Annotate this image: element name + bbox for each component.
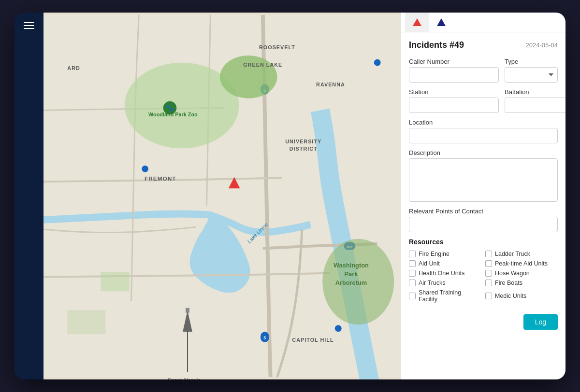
svg-rect-28 [186,308,189,313]
resource-fire-engine: Fire Engine [409,251,481,257]
form-row-caller-type: Caller Number Type [409,58,558,83]
resource-health-one: Health One Units [409,270,481,277]
resource-ladder-truck-label: Ladder Truck [495,251,530,257]
unit-marker-2 [142,166,148,172]
svg-text:DISTRICT: DISTRICT [290,146,318,152]
location-input[interactable] [409,128,558,143]
form-row-points: Relevant Points of Contact [409,208,558,232]
resource-medic-units-label: Medic Units [495,293,526,299]
caller-number-group: Caller Number [409,58,499,83]
caller-number-label: Caller Number [409,58,499,65]
resource-shared-training-checkbox[interactable] [409,293,416,299]
log-button[interactable]: Log [523,314,558,330]
resource-air-trucks: Air Trucks [409,280,481,286]
resource-air-trucks-label: Air Trucks [419,280,446,286]
map-svg: 5 5 520 [44,13,401,379]
resource-ladder-truck: Ladder Truck [485,251,558,257]
device-frame: 5 5 520 [14,13,566,379]
tab-police-incident[interactable] [429,13,453,32]
station-input[interactable] [409,98,499,113]
resource-aid-unit-checkbox[interactable] [409,260,416,267]
description-group: Description [409,149,558,202]
incident-header: Incidents #49 2024-05-04 [409,40,558,50]
svg-text:ROOSEVELT: ROOSEVELT [259,44,295,50]
svg-text:UNIVERSITY: UNIVERSITY [285,139,321,144]
battalion-input[interactable] [505,98,566,113]
svg-text:Washington: Washington [334,262,369,269]
location-group: Location [409,119,558,143]
resource-fire-boats-checkbox[interactable] [485,280,492,286]
resource-fire-engine-checkbox[interactable] [409,251,416,257]
resource-peak-aid: Peak-time Aid Units [485,260,558,267]
points-input[interactable] [409,217,558,232]
resource-health-one-label: Health One Units [419,270,464,277]
resource-shared-training: Shared Training Facility [409,289,481,303]
sidebar [14,13,44,379]
svg-text:Woodland Park Zoo: Woodland Park Zoo [148,112,198,117]
description-input[interactable] [409,158,558,202]
svg-text:5: 5 [263,336,266,340]
form-row-station-battalion: Station Battalion [409,88,558,113]
resource-hose-wagon: Hose Wagon [485,270,558,277]
svg-text:Space Needle: Space Needle [168,377,201,379]
resources-title: Resources [409,238,558,246]
type-group: Type [505,58,558,83]
svg-rect-11 [67,310,105,334]
panel-tabs [401,13,566,32]
incident-title: Incidents #49 [409,40,464,50]
resource-peak-aid-checkbox[interactable] [485,260,492,267]
resource-hose-wagon-checkbox[interactable] [485,270,492,277]
svg-text:FREMONT: FREMONT [145,175,176,182]
svg-text:🐾: 🐾 [166,104,174,112]
police-triangle-icon [437,18,446,26]
resource-peak-aid-label: Peak-time Aid Units [495,260,548,267]
map-container: 5 5 520 [44,13,401,379]
resource-ladder-truck-checkbox[interactable] [485,251,492,257]
resources-grid: Fire Engine Ladder Truck Aid Unit [409,251,558,303]
station-label: Station [409,88,499,96]
points-label: Relevant Points of Contact [409,208,558,215]
resource-fire-boats: Fire Boats [485,280,558,286]
svg-text:Park: Park [345,270,359,278]
resource-medic-units: Medic Units [485,289,558,303]
svg-text:RAVENNA: RAVENNA [316,82,345,87]
type-select[interactable] [505,67,558,83]
map-background[interactable]: 5 5 520 [44,13,401,379]
svg-text:ARD: ARD [67,65,80,71]
tab-fire-incident[interactable] [405,13,429,32]
unit-marker-1 [374,59,381,66]
unit-marker-3 [335,325,342,332]
resource-hose-wagon-label: Hose Wagon [495,270,530,277]
incident-date: 2024-05-04 [526,42,558,49]
resource-fire-engine-label: Fire Engine [419,251,450,257]
points-group: Relevant Points of Contact [409,208,558,232]
right-panel: Incidents #49 2024-05-04 Caller Number T… [401,13,566,379]
resource-health-one-checkbox[interactable] [409,270,416,277]
caller-number-input[interactable] [409,67,499,83]
resource-aid-unit: Aid Unit [409,260,481,267]
svg-text:Arboretum: Arboretum [335,279,367,286]
svg-rect-10 [101,272,129,291]
resource-air-trucks-checkbox[interactable] [409,280,416,286]
panel-content: Incidents #49 2024-05-04 Caller Number T… [401,32,566,379]
menu-button[interactable] [24,22,34,29]
form-row-description: Description [409,149,558,202]
resources-section: Resources Fire Engine Ladder Truck [409,238,558,303]
resource-aid-unit-label: Aid Unit [419,260,440,267]
resource-medic-units-checkbox[interactable] [485,293,492,299]
form-row-location: Location [409,119,558,143]
resource-shared-training-label: Shared Training Facility [419,289,481,303]
battalion-group: Battalion [505,88,566,113]
svg-text:CAPITOL HILL: CAPITOL HILL [292,337,334,343]
station-group: Station [409,88,499,113]
description-label: Description [409,149,558,156]
battalion-label: Battalion [505,88,566,96]
svg-text:GREEN LAKE: GREEN LAKE [243,62,282,68]
resource-fire-boats-label: Fire Boats [495,280,522,286]
fire-triangle-icon [413,18,421,26]
type-label: Type [505,58,558,65]
location-label: Location [409,119,558,126]
